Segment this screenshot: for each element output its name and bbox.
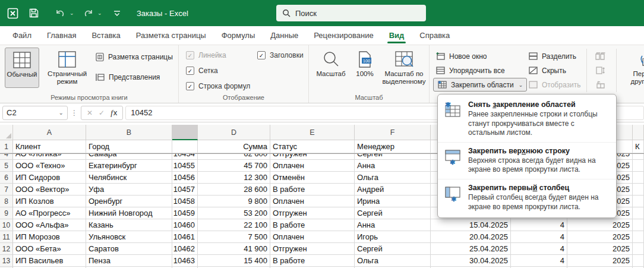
undo-icon[interactable] xyxy=(51,4,69,22)
cell-E8[interactable]: Оплачен xyxy=(270,196,355,207)
cell-D4[interactable]: 62 600 xyxy=(198,154,270,160)
freeze-panes-button[interactable]: ✱ Закрепить области ⌄ xyxy=(433,78,527,92)
cell-I11[interactable]: 2025 xyxy=(567,231,633,243)
cell-J8[interactable] xyxy=(633,196,644,207)
zoom-to-selection-button[interactable]: Масштаб по выделенному xyxy=(380,48,428,90)
checkbox-headings[interactable]: ✓Заголовки xyxy=(257,48,304,63)
cell-F8[interactable]: Ирина xyxy=(355,196,431,207)
cell-A13[interactable]: ИП Васильев xyxy=(13,255,86,267)
cell-E5[interactable]: Оплачен xyxy=(270,160,355,172)
column-header-C[interactable] xyxy=(172,125,198,140)
cell-D10[interactable]: 22 100 xyxy=(198,219,270,231)
row-header-6[interactable]: 6 xyxy=(0,172,13,184)
cell-E12[interactable]: Отгружен xyxy=(270,243,355,255)
cell-F11[interactable]: Игорь xyxy=(355,231,431,243)
cell-E13[interactable]: В работе xyxy=(270,255,355,267)
cell-F12[interactable]: Сергей xyxy=(355,243,431,255)
cell-F6[interactable]: Ольга xyxy=(355,172,431,184)
tab-data[interactable]: Данные xyxy=(263,27,306,45)
cell-J12[interactable] xyxy=(633,243,644,255)
tab-help[interactable]: Справка xyxy=(412,27,457,45)
cell-A9[interactable]: АО «Прогресс» xyxy=(13,207,86,219)
cell-H11[interactable]: 4 xyxy=(511,231,567,243)
hide-button[interactable]: Скрыть xyxy=(528,64,566,77)
row-header-4[interactable]: 4 xyxy=(0,154,13,160)
menu-item-freeze-top-row[interactable]: ✱Закрепить верхнюю строкуВерхняя строка … xyxy=(438,142,616,179)
cell-E7[interactable]: В работе xyxy=(270,184,355,196)
page-layout-button[interactable]: Разметка страницы xyxy=(95,50,173,64)
cell-F13[interactable]: Ольга xyxy=(355,255,431,267)
cell-C4[interactable]: 10454 xyxy=(172,154,198,160)
cell-J5[interactable] xyxy=(633,160,644,172)
cell-H13[interactable]: 4 xyxy=(511,255,567,267)
cell-D5[interactable]: 45 700 xyxy=(198,160,270,172)
cell-A7[interactable]: ООО «Вектор» xyxy=(13,184,86,196)
row-header-5[interactable]: 5 xyxy=(0,160,13,172)
cell-B10[interactable]: Казань xyxy=(86,219,172,231)
cell-H10[interactable]: 4 xyxy=(511,219,567,231)
tab-view[interactable]: Вид xyxy=(381,27,412,45)
cell-E4[interactable]: Отгружен xyxy=(270,154,355,160)
cell-B12[interactable]: Саратов xyxy=(86,243,172,255)
cell-B9[interactable]: Нижний Новгород xyxy=(86,207,172,219)
row-header-10[interactable]: 10 xyxy=(0,219,13,231)
checkbox-gridlines-box[interactable]: ✓ xyxy=(186,67,194,75)
arrange-all-button[interactable]: Упорядочить все xyxy=(435,64,505,77)
cell-G10[interactable]: 15.04.2025 xyxy=(431,219,511,231)
cell-E6[interactable]: Отменён xyxy=(270,172,355,184)
cell-C6[interactable]: 10456 xyxy=(172,172,198,184)
cell-B8[interactable]: Оренбург xyxy=(86,196,172,207)
row-header-1[interactable]: 1 xyxy=(0,140,13,153)
cell-I12[interactable]: 2025 xyxy=(567,243,633,255)
cell-A11[interactable]: ИП Морозов xyxy=(13,231,86,243)
split-button[interactable]: Разделить xyxy=(528,49,576,63)
cell-A10[interactable]: ООО «Альфа» xyxy=(13,219,86,231)
custom-views-button[interactable]: Представления xyxy=(95,70,160,84)
cell-B5[interactable]: Екатеринбург xyxy=(86,160,172,172)
row-header-8[interactable]: 8 xyxy=(0,196,13,207)
cell-B1[interactable]: Город xyxy=(86,140,172,153)
cell-B6[interactable]: Челябинск xyxy=(86,172,172,184)
row-header-11[interactable]: 11 xyxy=(0,231,13,243)
cell-D7[interactable]: 28 600 xyxy=(198,184,270,196)
row-header-7[interactable]: 7 xyxy=(0,184,13,196)
undo-dropdown-icon[interactable]: ⌄ xyxy=(70,10,75,16)
checkbox-gridlines[interactable]: ✓Сетка xyxy=(186,63,250,78)
cell-B7[interactable]: Уфа xyxy=(86,184,172,196)
zoom-button[interactable]: Масштаб xyxy=(312,48,349,88)
cell-I10[interactable]: 2025 xyxy=(567,219,633,231)
cell-C5[interactable]: 10455 xyxy=(172,160,198,172)
cell-J10[interactable] xyxy=(633,219,644,231)
menu-item-unfreeze[interactable]: ✱Снять закрепление областейРанее закрепл… xyxy=(438,96,616,142)
name-box-dropdown-icon[interactable]: ⌄ xyxy=(59,109,64,116)
cell-A1[interactable]: Клиент xyxy=(13,140,86,153)
cell-A5[interactable]: ООО «Техно» xyxy=(13,160,86,172)
cell-F10[interactable]: Анна xyxy=(355,219,431,231)
cell-G12[interactable]: 25.04.2025 xyxy=(431,243,511,255)
cell-A12[interactable]: ООО «Бета» xyxy=(13,243,86,255)
cell-E1[interactable]: Статус xyxy=(270,140,355,153)
select-all-corner[interactable] xyxy=(0,125,13,140)
checkbox-headings-box[interactable]: ✓ xyxy=(257,51,266,59)
cell-F5[interactable]: Анна xyxy=(355,160,431,172)
checkbox-formula-bar[interactable]: ✓Строка формул xyxy=(186,78,250,94)
page-break-preview-button[interactable]: Страничный режим xyxy=(42,48,93,90)
new-window-button[interactable]: Новое окно xyxy=(435,49,487,63)
column-header-clipped[interactable] xyxy=(633,125,644,140)
cell-H12[interactable]: 4 xyxy=(511,243,567,255)
excel-app-icon[interactable] xyxy=(4,4,21,22)
cell-C8[interactable]: 10458 xyxy=(172,196,198,207)
cell-C12[interactable]: 10462 xyxy=(172,243,198,255)
cell-J9[interactable] xyxy=(633,207,644,219)
cell-C7[interactable]: 10457 xyxy=(172,184,198,196)
cell-A8[interactable]: ИП Козлов xyxy=(13,196,86,207)
cell-E10[interactable]: В работе xyxy=(270,219,355,231)
cell-E9[interactable]: Отгружен xyxy=(270,207,355,219)
search-box[interactable]: Поиск xyxy=(276,5,426,21)
zoom-100-button[interactable]: 100 100% xyxy=(351,48,379,88)
cell-B13[interactable]: Пенза xyxy=(86,255,172,267)
cell-C13[interactable]: 10463 xyxy=(172,255,198,267)
cell-F7[interactable]: Андрей xyxy=(355,184,431,196)
row-header-9[interactable]: 9 xyxy=(0,207,13,219)
cell-C1[interactable] xyxy=(172,140,198,153)
